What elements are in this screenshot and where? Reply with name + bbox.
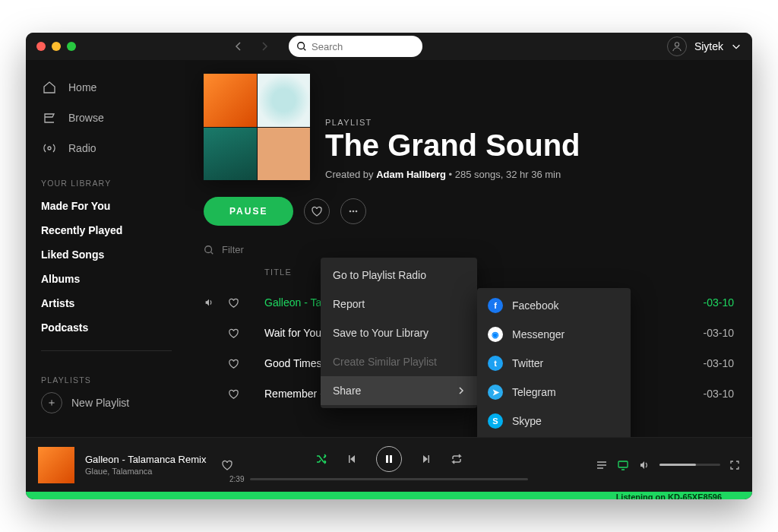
- svg-point-5: [356, 211, 358, 213]
- context-menu-item[interactable]: Go to Playlist Radio: [321, 261, 477, 290]
- playlist-cover[interactable]: [204, 74, 310, 180]
- sidebar-heading-library: YOUR LIBRARY: [41, 179, 172, 188]
- svg-point-0: [298, 43, 305, 49]
- sidebar-heading-playlists: PLAYLISTS: [41, 375, 172, 385]
- search-icon: [204, 245, 214, 255]
- plus-icon: ＋: [41, 392, 62, 413]
- user-avatar-icon: [667, 36, 687, 56]
- context-menu-item[interactable]: Save to Your Library: [321, 318, 477, 347]
- facebook-icon: f: [488, 298, 503, 313]
- repeat-button[interactable]: [451, 453, 463, 465]
- playlist-hero: PLAYLIST The Grand Sound Created by Adam…: [204, 74, 734, 180]
- browse-icon: [41, 109, 58, 126]
- playlist-kicker: PLAYLIST: [325, 118, 580, 127]
- sidebar-item-label: Browse: [68, 112, 104, 124]
- sidebar-item-home[interactable]: Home: [41, 74, 172, 101]
- share-submenu: fFacebook◉MessengertTwitter➤TelegramSSky…: [477, 288, 631, 437]
- sidebar-item-podcasts[interactable]: Podcasts: [41, 317, 172, 338]
- sidebar-item-label: Home: [68, 81, 96, 93]
- now-playing-artist[interactable]: Glaue, Talamanca: [85, 467, 206, 476]
- share-menu-item[interactable]: fFacebook: [477, 291, 631, 320]
- volume-slider[interactable]: [659, 464, 720, 466]
- minimize-window-button[interactable]: [52, 42, 61, 51]
- search-input[interactable]: [312, 41, 415, 52]
- context-menu-item: Create Similar Playlist: [321, 347, 477, 376]
- like-track-button[interactable]: [228, 328, 239, 339]
- play-pause-button[interactable]: [376, 446, 402, 472]
- svg-rect-7: [386, 455, 388, 463]
- next-track-button[interactable]: [420, 453, 432, 465]
- radio-icon: [41, 140, 58, 157]
- sidebar-item-made-for-you[interactable]: Made For You: [41, 195, 172, 217]
- context-menu-item[interactable]: Share: [321, 376, 477, 405]
- cast-device-label[interactable]: Listening on KD-65XE8596: [616, 492, 722, 499]
- home-icon: [41, 79, 58, 96]
- sidebar-divider: [41, 350, 172, 351]
- search-icon: [296, 41, 307, 52]
- share-menu-item[interactable]: ➤Telegram: [477, 378, 631, 407]
- context-menu-item[interactable]: Report: [321, 290, 477, 318]
- now-playing-cover[interactable]: [38, 447, 74, 483]
- playlist-creator-link[interactable]: Adam Hallberg: [376, 169, 446, 180]
- app-window: Siytek Home Browse Radio YOUR LIBRARY Ma…: [26, 33, 752, 499]
- like-playlist-button[interactable]: [304, 198, 330, 224]
- window-controls: [36, 42, 76, 51]
- like-track-button[interactable]: [228, 297, 239, 309]
- sidebar-item-recently-played[interactable]: Recently Played: [41, 220, 172, 241]
- close-window-button[interactable]: [36, 42, 46, 51]
- now-playing-icon: [204, 297, 214, 308]
- svg-point-2: [48, 147, 51, 150]
- context-menu: Go to Playlist RadioReportSave to Your L…: [321, 258, 477, 408]
- titlebar: Siytek: [26, 33, 752, 60]
- previous-track-button[interactable]: [346, 453, 358, 465]
- devices-button[interactable]: [617, 459, 629, 471]
- filter-field[interactable]: Filter: [204, 244, 734, 255]
- like-track-button[interactable]: [228, 358, 239, 369]
- fullscreen-button[interactable]: [729, 460, 740, 470]
- new-playlist-label: New Playlist: [71, 397, 129, 409]
- new-playlist-button[interactable]: ＋ New Playlist: [41, 392, 172, 413]
- svg-point-1: [675, 43, 678, 46]
- nav-forward-button[interactable]: [254, 36, 275, 57]
- svg-point-4: [353, 211, 355, 213]
- svg-point-6: [205, 245, 212, 252]
- track-date: -03-10: [666, 357, 734, 369]
- share-menu-item[interactable]: tTumblr: [477, 435, 631, 437]
- transport-controls: 2:39 0:00: [229, 446, 549, 483]
- track-date: -03-10: [666, 388, 734, 400]
- messenger-icon: ◉: [488, 327, 503, 342]
- player-bar: Galleon - Talamanca Remix Glaue, Talaman…: [26, 437, 752, 492]
- more-options-button[interactable]: [340, 198, 366, 224]
- sidebar-item-albums[interactable]: Albums: [41, 268, 172, 290]
- track-date: -03-10: [666, 296, 734, 309]
- sidebar-item-artists[interactable]: Artists: [41, 293, 172, 314]
- nav-back-button[interactable]: [228, 36, 249, 57]
- pause-button[interactable]: PAUSE: [204, 197, 293, 226]
- volume-icon[interactable]: [638, 459, 650, 471]
- like-track-button[interactable]: [228, 388, 239, 400]
- sidebar-item-liked-songs[interactable]: Liked Songs: [41, 244, 172, 265]
- user-name: Siytek: [694, 40, 723, 52]
- progress-bar[interactable]: [250, 478, 527, 480]
- elapsed-time: 2:39: [229, 475, 244, 483]
- sidebar-item-browse[interactable]: Browse: [41, 104, 172, 131]
- now-playing-title[interactable]: Galleon - Talamanca Remix: [85, 454, 206, 465]
- sidebar: Home Browse Radio YOUR LIBRARY Made For …: [26, 60, 185, 437]
- queue-button[interactable]: [596, 459, 608, 471]
- chevron-right-icon: [457, 387, 465, 394]
- shuffle-button[interactable]: [315, 453, 327, 465]
- share-menu-item[interactable]: ◉Messenger: [477, 320, 631, 349]
- svg-rect-9: [618, 461, 628, 467]
- twitter-icon: t: [488, 356, 503, 371]
- main-content: PLAYLIST The Grand Sound Created by Adam…: [185, 60, 752, 437]
- column-title-header[interactable]: TITLE: [264, 268, 292, 277]
- skype-icon: S: [488, 413, 503, 429]
- playlist-title: The Grand Sound: [325, 128, 580, 163]
- share-menu-item[interactable]: SSkype: [477, 407, 631, 435]
- search-field[interactable]: [289, 36, 422, 57]
- sidebar-item-radio[interactable]: Radio: [41, 135, 172, 162]
- maximize-window-button[interactable]: [67, 42, 76, 51]
- user-menu[interactable]: Siytek: [667, 36, 742, 56]
- svg-point-3: [349, 211, 352, 213]
- share-menu-item[interactable]: tTwitter: [477, 349, 631, 378]
